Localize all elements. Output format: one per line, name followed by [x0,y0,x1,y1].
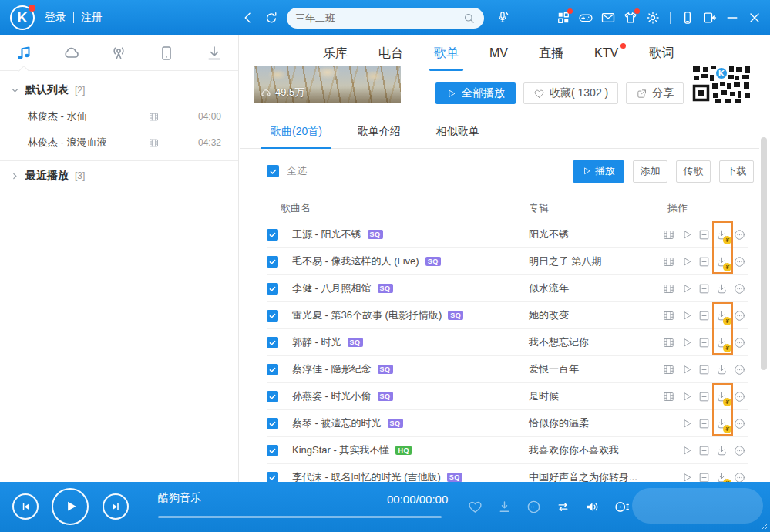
progress-bar[interactable] [158,516,442,518]
music-recognition-icon[interactable] [495,10,510,25]
play-icon[interactable] [678,361,695,379]
sidebar-song-row[interactable]: 林俊杰 - 浪漫血液 04:32 [0,130,238,156]
row-checkbox[interactable] [267,283,278,295]
search-box[interactable] [287,8,484,29]
sidebar-song-title[interactable]: 林俊杰 - 浪漫血液 [28,136,148,150]
row-checkbox[interactable] [267,337,278,348]
tab-similar-playlists[interactable]: 相似歌单 [436,116,479,148]
nav-tab-ktv[interactable]: KTV [594,46,618,60]
table-row[interactable]: 蔡淳佳 - 隐形纪念 SQ 爱恨一百年 [267,355,748,382]
play-icon[interactable] [678,442,695,460]
add-to-icon[interactable] [695,415,713,433]
chevron-right-icon[interactable] [11,172,19,180]
previous-button[interactable] [12,493,39,520]
mv-icon[interactable] [148,137,160,149]
mail-icon[interactable] [600,10,616,25]
album-name[interactable]: 她的改变 [529,308,569,322]
table-row[interactable]: 蔡琴 - 被遗忘的时光 SQ 恰似你的温柔 [267,409,748,436]
add-button[interactable]: 添加 [633,160,667,183]
settings-icon[interactable] [645,10,661,25]
select-all-checkbox[interactable] [267,165,279,177]
mobile-icon[interactable] [680,10,695,25]
more-icon[interactable] [731,388,748,406]
nav-tab-radio[interactable]: 电台 [378,45,403,62]
app-logo[interactable]: K [10,5,35,30]
more-icon[interactable] [731,226,748,244]
play-icon[interactable] [678,388,695,406]
playlist-cover[interactable]: 49.5万 [254,66,401,103]
favorite-button[interactable]: 收藏( 1302 ) [523,82,618,104]
table-row[interactable]: 郭静 - 时光 SQ 我不想忘记你 [267,328,748,355]
more-icon[interactable] [731,253,748,271]
album-name[interactable]: 阳光不锈 [529,227,569,241]
play-selected-button[interactable]: 播放 [573,160,624,183]
more-icon[interactable] [731,280,748,298]
download-button[interactable]: 下载 [719,160,754,183]
next-button[interactable] [103,493,129,520]
song-title[interactable]: KingStar - 其实我不懂 [292,443,389,457]
radio-icon[interactable] [109,44,128,62]
album-name[interactable]: 明日之子 第八期 [529,254,602,268]
song-title[interactable]: 王源 - 阳光不锈 [292,227,361,241]
mv-icon[interactable] [660,334,678,352]
download-icon[interactable] [713,253,731,271]
song-title[interactable]: 李健 - 八月照相馆 [292,281,372,295]
table-row[interactable]: 毛不易 - 像我这样的人 (Live) SQ 明日之子 第八期 [267,247,748,274]
play-icon[interactable] [678,307,695,325]
add-to-icon[interactable] [695,388,713,406]
sidebar-song-row[interactable]: 林俊杰 - 水仙 04:00 [0,103,238,130]
download-icon[interactable] [713,226,731,244]
table-row[interactable]: 王源 - 阳光不锈 SQ 阳光不锈 [267,221,748,247]
volume-icon[interactable] [584,499,600,515]
more-icon[interactable] [731,442,748,460]
add-to-icon[interactable] [695,226,713,244]
nav-tab-live[interactable]: 直播 [539,45,563,62]
play-icon[interactable] [678,280,695,298]
song-title[interactable]: 蔡淳佳 - 隐形纪念 [292,362,372,376]
apps-grid-icon[interactable] [556,10,571,25]
mv-icon[interactable] [660,388,678,406]
qr-code[interactable]: K [691,66,752,103]
login-link[interactable]: 登录 [45,11,66,25]
search-icon[interactable] [462,12,476,25]
download-icon[interactable] [713,280,731,298]
resize-grip[interactable] [759,521,768,530]
download-manager-icon[interactable] [205,44,224,62]
more-icon[interactable] [731,334,748,352]
table-row[interactable]: 孙燕姿 - 时光小偷 SQ 是时候 [267,382,748,409]
table-row[interactable]: KingStar - 其实我不懂 HQ 我喜欢你你不喜欢我 [267,436,748,463]
cloud-icon[interactable] [62,44,81,62]
table-row[interactable]: 李健 - 八月照相馆 SQ 似水流年 [267,274,748,301]
tab-songs[interactable]: 歌曲(20首) [271,116,322,148]
mv-icon[interactable] [660,307,678,325]
repeat-icon[interactable] [555,499,571,515]
album-name[interactable]: 是时候 [529,389,559,403]
playlist-group-default[interactable]: 默认列表 [2] [0,77,238,103]
add-to-icon[interactable] [695,334,713,352]
share-button[interactable]: 分享 [626,82,684,104]
play-icon[interactable] [678,226,695,244]
nav-tab-library[interactable]: 乐库 [323,45,348,62]
song-title[interactable]: 蔡琴 - 被遗忘的时光 [292,416,382,430]
download-icon[interactable] [713,388,731,406]
device-icon[interactable] [157,44,176,62]
download-icon[interactable] [713,442,731,460]
add-to-icon[interactable] [695,361,713,379]
register-link[interactable]: 注册 [81,11,103,25]
row-checkbox[interactable] [267,418,278,429]
more-icon[interactable] [731,307,748,325]
song-title[interactable]: 孙燕姿 - 时光小偷 [292,389,372,403]
mv-icon[interactable] [660,253,678,271]
minimize-icon[interactable] [725,10,740,25]
back-icon[interactable] [240,10,256,25]
play-icon[interactable] [678,334,695,352]
mini-mode-icon[interactable] [702,10,718,25]
chevron-down-icon[interactable] [11,86,19,95]
mv-icon[interactable] [660,226,678,244]
transfer-button[interactable]: 传歌 [676,160,711,183]
tab-playlist-intro[interactable]: 歌单介绍 [358,116,401,148]
row-checkbox[interactable] [267,256,278,268]
more-icon[interactable] [731,361,748,379]
add-to-icon[interactable] [695,442,713,460]
play-all-button[interactable]: 全部播放 [435,82,516,104]
